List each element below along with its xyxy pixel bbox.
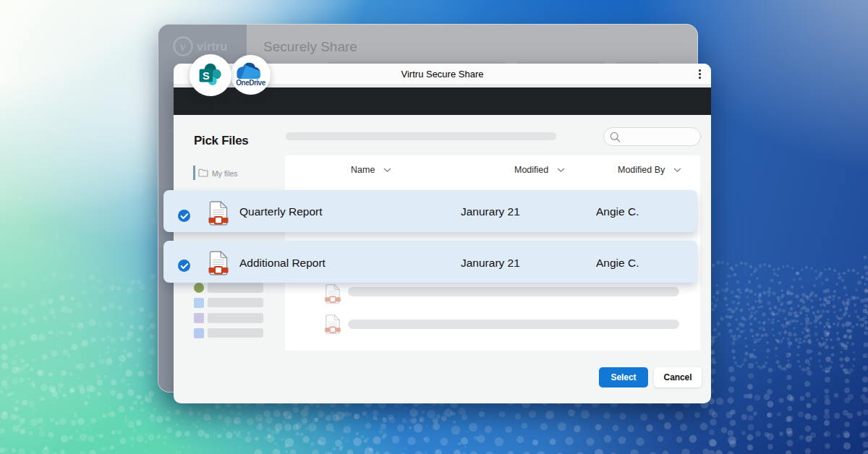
svg-text:S: S [203, 70, 210, 82]
svg-text:ν: ν [180, 40, 186, 53]
svg-text:OneDrive: OneDrive [236, 79, 265, 87]
svg-text:virtru: virtru [197, 40, 228, 53]
